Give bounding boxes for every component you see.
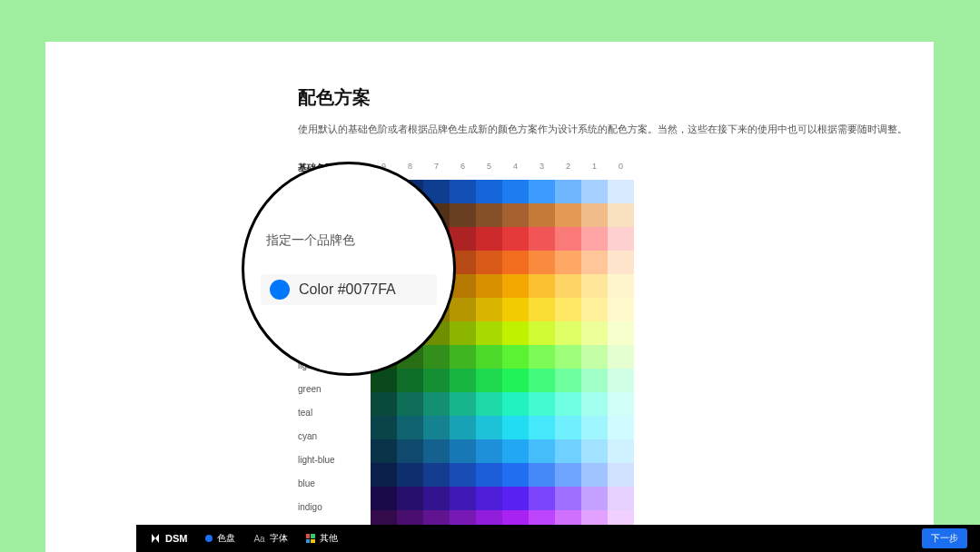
color-swatch[interactable]	[423, 487, 450, 510]
tab-other[interactable]: 其他	[306, 532, 338, 545]
color-swatch[interactable]	[371, 392, 397, 416]
color-swatch[interactable]	[502, 487, 529, 510]
color-swatch[interactable]	[502, 180, 529, 203]
color-swatch[interactable]	[529, 416, 555, 439]
color-swatch[interactable]	[476, 392, 502, 416]
color-swatch[interactable]	[555, 463, 581, 487]
color-swatch[interactable]	[397, 392, 423, 416]
color-swatch[interactable]	[502, 251, 529, 274]
color-swatch[interactable]	[423, 369, 450, 392]
color-swatch[interactable]	[476, 439, 502, 463]
color-swatch[interactable]	[397, 439, 423, 463]
color-swatch[interactable]	[502, 298, 529, 321]
color-swatch[interactable]	[371, 463, 397, 487]
dsm-logo[interactable]: DSM	[149, 532, 187, 545]
color-swatch[interactable]	[450, 298, 476, 321]
color-swatch[interactable]	[555, 227, 581, 251]
color-swatch[interactable]	[529, 439, 555, 463]
color-swatch[interactable]	[450, 416, 476, 439]
color-swatch[interactable]	[555, 298, 581, 321]
color-swatch[interactable]	[555, 321, 581, 345]
color-swatch[interactable]	[581, 463, 608, 487]
color-swatch[interactable]	[502, 463, 529, 487]
color-swatch[interactable]	[502, 369, 529, 392]
color-swatch[interactable]	[397, 416, 423, 439]
color-swatch[interactable]	[555, 203, 581, 227]
color-swatch[interactable]	[476, 345, 502, 369]
color-swatch[interactable]	[529, 203, 555, 227]
color-swatch[interactable]	[371, 439, 397, 463]
color-swatch[interactable]	[555, 487, 581, 510]
color-swatch[interactable]	[476, 180, 502, 203]
color-swatch[interactable]	[476, 463, 502, 487]
color-swatch[interactable]	[450, 369, 476, 392]
color-swatch[interactable]	[529, 345, 555, 369]
color-swatch[interactable]	[476, 416, 502, 439]
color-swatch[interactable]	[581, 392, 608, 416]
color-swatch[interactable]	[608, 321, 634, 345]
color-swatch[interactable]	[608, 392, 634, 416]
color-swatch[interactable]	[423, 439, 450, 463]
color-swatch[interactable]	[423, 463, 450, 487]
color-swatch[interactable]	[555, 345, 581, 369]
color-swatch[interactable]	[581, 227, 608, 251]
color-swatch[interactable]	[581, 345, 608, 369]
color-swatch[interactable]	[608, 345, 634, 369]
color-swatch[interactable]	[529, 227, 555, 251]
color-swatch[interactable]	[450, 487, 476, 510]
color-swatch[interactable]	[476, 298, 502, 321]
color-swatch[interactable]	[450, 321, 476, 345]
color-swatch[interactable]	[397, 463, 423, 487]
color-swatch[interactable]	[529, 251, 555, 274]
color-swatch[interactable]	[581, 251, 608, 274]
color-swatch[interactable]	[608, 463, 634, 487]
color-swatch[interactable]	[608, 416, 634, 439]
color-swatch[interactable]	[502, 416, 529, 439]
color-swatch[interactable]	[502, 274, 529, 298]
color-swatch[interactable]	[608, 487, 634, 510]
color-swatch[interactable]	[581, 416, 608, 439]
color-swatch[interactable]	[502, 345, 529, 369]
color-swatch[interactable]	[608, 274, 634, 298]
color-swatch[interactable]	[581, 369, 608, 392]
color-swatch[interactable]	[555, 369, 581, 392]
color-swatch[interactable]	[555, 274, 581, 298]
color-swatch[interactable]	[502, 321, 529, 345]
color-swatch[interactable]	[502, 439, 529, 463]
color-swatch[interactable]	[608, 439, 634, 463]
color-swatch[interactable]	[502, 203, 529, 227]
tab-font[interactable]: Aa 字体	[253, 532, 287, 545]
color-swatch[interactable]	[397, 369, 423, 392]
color-swatch[interactable]	[397, 487, 423, 510]
color-swatch[interactable]	[608, 369, 634, 392]
color-swatch[interactable]	[476, 227, 502, 251]
color-swatch[interactable]	[529, 392, 555, 416]
color-swatch[interactable]	[423, 416, 450, 439]
color-swatch[interactable]	[529, 463, 555, 487]
color-swatch[interactable]	[476, 487, 502, 510]
color-swatch[interactable]	[581, 203, 608, 227]
color-swatch[interactable]	[608, 227, 634, 251]
color-swatch[interactable]	[608, 298, 634, 321]
color-swatch[interactable]	[476, 274, 502, 298]
next-button[interactable]: 下一步	[922, 528, 967, 548]
color-swatch[interactable]	[450, 203, 476, 227]
color-swatch[interactable]	[476, 321, 502, 345]
color-swatch[interactable]	[555, 251, 581, 274]
color-swatch[interactable]	[476, 369, 502, 392]
color-swatch[interactable]	[529, 321, 555, 345]
color-swatch[interactable]	[608, 180, 634, 203]
color-swatch[interactable]	[555, 180, 581, 203]
color-swatch[interactable]	[608, 251, 634, 274]
color-swatch[interactable]	[529, 180, 555, 203]
color-swatch[interactable]	[581, 487, 608, 510]
color-swatch[interactable]	[555, 392, 581, 416]
color-swatch[interactable]	[371, 416, 397, 439]
color-swatch[interactable]	[450, 463, 476, 487]
color-swatch[interactable]	[476, 203, 502, 227]
color-swatch[interactable]	[529, 487, 555, 510]
tab-palette[interactable]: 色盘	[205, 532, 235, 545]
color-swatch[interactable]	[450, 439, 476, 463]
color-swatch[interactable]	[581, 321, 608, 345]
color-swatch[interactable]	[502, 392, 529, 416]
